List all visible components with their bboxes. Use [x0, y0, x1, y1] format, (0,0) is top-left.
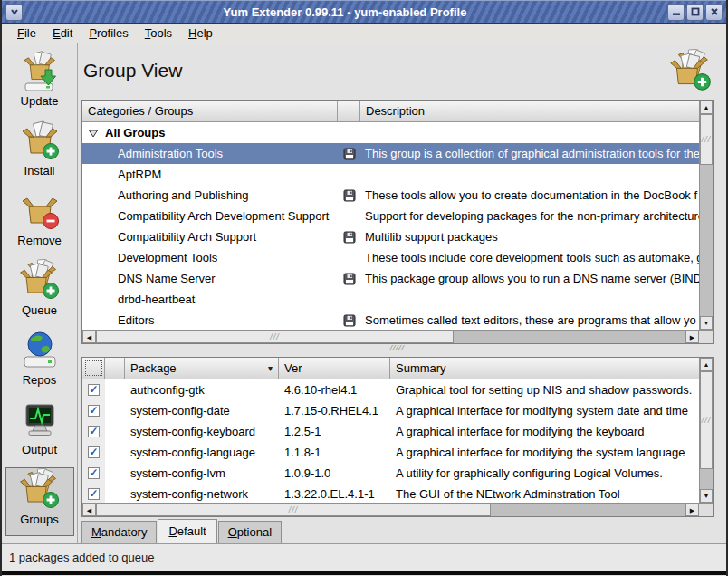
root-group-label: All Groups [105, 126, 165, 139]
group-row[interactable]: DNS Name Server This package group allow… [82, 268, 699, 289]
group-name: AptRPM [82, 168, 338, 181]
group-name: drbd-heartbeat [82, 293, 338, 306]
group-tree-hscrollbar[interactable]: ◀ /// ▶ [82, 330, 699, 343]
package-table-header[interactable]: Package ▾ Ver Summary [82, 358, 699, 379]
sidebar-item-install[interactable]: Install [5, 119, 74, 187]
scroll-down-icon[interactable]: ▼ [700, 316, 713, 330]
page-header: Group View [81, 47, 714, 100]
sidebar-item-repos[interactable]: Repos [5, 328, 74, 397]
package-row[interactable]: ✓ system-config-lvm 1.0.9-1.0 A utility … [82, 463, 699, 484]
floppy-icon [338, 314, 360, 327]
group-row[interactable]: AptRPM [82, 164, 699, 185]
scroll-up-icon[interactable]: ▲ [700, 101, 713, 114]
group-row[interactable]: drbd-heartbeat [82, 289, 699, 310]
package-table-hscrollbar[interactable]: ◀ /// ▶ [82, 503, 699, 516]
group-tree-body: All Groups Administration Tools This gro… [82, 122, 699, 330]
scroll-down-icon[interactable]: ▼ [700, 489, 713, 503]
remove-icon [18, 189, 62, 233]
package-row[interactable]: ✓ system-config-keyboard 1.2.5-1 A graph… [82, 421, 699, 442]
package-checkbox[interactable]: ✓ [82, 463, 105, 484]
menu-file[interactable]: File [9, 24, 44, 42]
group-row[interactable]: Editors Sometimes called text editors, t… [82, 310, 699, 330]
window-menu-button[interactable] [5, 4, 23, 21]
group-name: Development Tools [82, 251, 338, 264]
package-row[interactable]: ✓ system-config-language 1.1.8-1 A graph… [82, 442, 699, 463]
scroll-thumb[interactable]: /// [96, 331, 454, 343]
column-description[interactable]: Description [360, 101, 699, 121]
tab-bar: MandatoryDefaultOptional [81, 519, 714, 543]
package-summary: A graphical interface for modifying syst… [390, 404, 699, 418]
group-name: Compatibility Arch Development Support [82, 209, 338, 223]
minimize-button[interactable] [667, 4, 685, 21]
sidebar-item-groups[interactable]: Groups [5, 467, 74, 536]
package-checkbox[interactable]: ✓ [82, 484, 105, 503]
package-row[interactable]: ✓ authconfig-gtk 4.6.10-rhel4.1 Graphica… [82, 379, 699, 400]
update-icon [18, 50, 62, 93]
column-summary[interactable]: Summary [390, 358, 699, 379]
check-icon: ✓ [89, 467, 98, 478]
package-summary: Graphical tool for setting up NIS and sh… [390, 383, 699, 397]
package-name: system-config-date [125, 404, 279, 418]
sidebar-item-label: Install [24, 164, 55, 178]
group-row[interactable]: Authoring and Publishing These tools all… [82, 185, 699, 206]
column-categories-groups[interactable]: Categories / Groups [82, 101, 338, 121]
sidebar-item-remove[interactable]: Remove [5, 188, 74, 257]
column-status[interactable] [105, 358, 125, 379]
menu-help[interactable]: Help [180, 24, 221, 42]
sidebar-item-output[interactable]: Output [5, 398, 74, 466]
sidebar-item-queue[interactable]: Queue [5, 258, 74, 327]
group-row-root[interactable]: All Groups [82, 122, 699, 143]
group-description: These tools allow you to create document… [360, 188, 699, 202]
package-table-vscrollbar[interactable]: ▲ /// ▼ [699, 358, 713, 503]
scroll-left-icon[interactable]: ◀ [82, 504, 96, 516]
package-table-body: ✓ authconfig-gtk 4.6.10-rhel4.1 Graphica… [82, 379, 699, 503]
menu-edit[interactable]: Edit [44, 24, 81, 42]
tab-optional[interactable]: Optional [218, 521, 282, 543]
scroll-thumb[interactable]: /// [96, 504, 491, 516]
close-button[interactable] [705, 4, 723, 21]
sidebar-item-label: Remove [17, 234, 61, 247]
package-checkbox[interactable]: ✓ [82, 421, 105, 442]
package-version: 4.6.10-rhel4.1 [279, 383, 390, 397]
group-description: Support for developing packages for the … [360, 209, 699, 223]
group-tree-header[interactable]: Categories / Groups Description [82, 101, 699, 122]
tab-default[interactable]: Default [158, 519, 216, 543]
group-row[interactable]: Compatibility Arch Development Support S… [82, 206, 699, 226]
menu-profiles[interactable]: Profiles [81, 24, 136, 42]
scroll-right-icon[interactable]: ▶ [685, 331, 699, 343]
pane-splitter[interactable]: ///// [81, 344, 714, 350]
package-checkbox[interactable]: ✓ [82, 379, 105, 400]
column-icon[interactable] [338, 101, 360, 121]
floppy-icon [338, 189, 360, 202]
scroll-thumb[interactable]: /// [700, 371, 713, 469]
minimize-icon [672, 7, 681, 16]
package-row[interactable]: ✓ system-config-date 1.7.15-0.RHEL4.1 A … [82, 400, 699, 421]
package-checkbox[interactable]: ✓ [82, 442, 105, 463]
check-icon: ✓ [89, 384, 98, 395]
sidebar-item-update[interactable]: Update [5, 49, 74, 118]
group-row[interactable]: Compatibility Arch Support Multilib supp… [82, 226, 699, 247]
group-tree-vscrollbar[interactable]: ▲ /// ▼ [699, 101, 713, 330]
scroll-up-icon[interactable]: ▲ [700, 358, 713, 371]
tab-mandatory[interactable]: Mandatory [81, 521, 157, 543]
group-description: Multilib support packages [360, 230, 699, 244]
scroll-thumb[interactable]: /// [700, 114, 713, 165]
main-panel: Group View Categories / Groups Descripti… [78, 43, 726, 543]
package-checkbox[interactable]: ✓ [82, 400, 105, 421]
menu-tools[interactable]: Tools [137, 24, 180, 42]
group-name: Administration Tools [82, 147, 338, 160]
column-ver[interactable]: Ver [279, 358, 390, 379]
scroll-left-icon[interactable]: ◀ [82, 331, 96, 343]
expander-icon[interactable] [88, 128, 99, 139]
column-package[interactable]: Package ▾ [125, 358, 279, 379]
maximize-button[interactable] [686, 4, 704, 21]
titlebar[interactable]: Yum Extender 0.99.11 - yum-enabled Profi… [2, 0, 726, 24]
menu-bar: FileEditProfilesToolsHelp [2, 24, 726, 43]
scroll-right-icon[interactable]: ▶ [685, 504, 699, 516]
package-row[interactable]: ✓ system-config-network 1.3.22.0.EL.4.1-… [82, 484, 699, 503]
group-description: These tools include core development too… [360, 251, 699, 264]
group-row[interactable]: Development Tools These tools include co… [82, 247, 699, 268]
package-version: 1.1.8-1 [279, 446, 390, 459]
group-row[interactable]: Administration Tools This group is a col… [82, 143, 699, 164]
column-check[interactable] [82, 358, 105, 379]
